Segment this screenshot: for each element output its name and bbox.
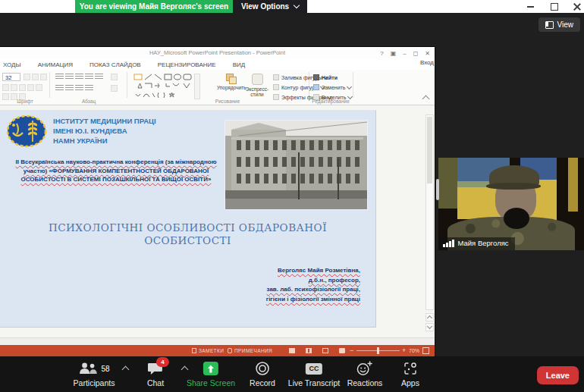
viewing-banner: You are viewing Майя Верголяс's screen bbox=[75, 0, 233, 13]
zoom-level[interactable]: 70% bbox=[409, 345, 419, 356]
tab-transitions[interactable]: ХОДЫ bbox=[3, 61, 21, 68]
slide-scrollbar[interactable] bbox=[425, 114, 434, 310]
layout-view-icon bbox=[545, 21, 554, 29]
arrange-icon bbox=[226, 74, 236, 83]
group-label-font: Шрифт bbox=[17, 99, 33, 104]
chat-button[interactable]: 4 Chat bbox=[147, 361, 164, 387]
share-screen-button[interactable]: Share Screen bbox=[187, 361, 235, 387]
author-block: Верголяс Майя Розметівна, д.б.н., профес… bbox=[266, 266, 360, 304]
share-screen-icon bbox=[203, 362, 218, 375]
group-label-editing: Редактирование bbox=[312, 99, 350, 104]
building-photo bbox=[224, 120, 368, 210]
sign-in-label[interactable]: Вход bbox=[420, 59, 434, 66]
chevron-down-icon bbox=[294, 2, 300, 8]
collapse-ribbon-icon[interactable] bbox=[422, 96, 430, 103]
find-button[interactable]: Найти bbox=[313, 74, 338, 80]
slide-canvas: ІНСТИТУТ МЕДИЦИНИ ПРАЦІ ІМЕНІ Ю.І. КУНДІ… bbox=[0, 105, 435, 337]
powerpoint-title-bar: НАУ_Microsoft PowerPoint Presentation - … bbox=[0, 47, 435, 59]
view-button-label: View bbox=[557, 20, 574, 29]
normal-view-button[interactable] bbox=[289, 345, 295, 356]
font-size-combo[interactable]: 32 bbox=[2, 73, 20, 81]
notes-icon bbox=[192, 348, 196, 353]
tab-review[interactable]: РЕЦЕНЗИРОВАНИЕ bbox=[158, 61, 216, 68]
video-strip-scroll-handle[interactable] bbox=[436, 179, 439, 200]
view-button[interactable]: View bbox=[538, 17, 581, 32]
comments-toggle[interactable]: ПРИМЕЧАНИЯ bbox=[228, 345, 272, 356]
reactions-icon bbox=[356, 361, 373, 376]
comments-icon bbox=[228, 348, 232, 353]
live-transcript-button[interactable]: CC Live Transcript bbox=[288, 361, 340, 387]
zoom-meeting-window: You are viewing Майя Верголяс's screen V… bbox=[0, 0, 584, 392]
view-options-label: View Options bbox=[241, 2, 289, 11]
quick-styles-icon bbox=[252, 74, 263, 85]
participant-name: Майя Верголяс bbox=[458, 240, 509, 247]
close-button[interactable] bbox=[573, 0, 581, 13]
apps-button[interactable]: Apps bbox=[401, 361, 419, 387]
institute-name: ІНСТИТУТ МЕДИЦИНИ ПРАЦІ ІМЕНІ Ю.І. КУНДІ… bbox=[53, 116, 156, 146]
font-style-buttons[interactable] bbox=[2, 84, 42, 91]
participant-name-tag: Майя Верголяс bbox=[438, 237, 515, 250]
ppt-minimize-button[interactable]: – bbox=[403, 50, 406, 57]
cc-icon: CC bbox=[306, 363, 322, 375]
signal-bars-icon bbox=[443, 240, 454, 247]
ppt-status-bar: ЗАМЕТКИ ПРИМЕЧАНИЯ − + 70% bbox=[0, 345, 435, 356]
participants-count: 58 bbox=[101, 365, 109, 373]
curtain-strip bbox=[568, 158, 578, 212]
conference-title: ІІ Всеукраїнська науково-практична конфе… bbox=[9, 158, 223, 184]
align-text-buttons[interactable] bbox=[111, 85, 118, 92]
arrange-button[interactable]: Упорядочить bbox=[217, 74, 244, 90]
participants-icon bbox=[78, 362, 98, 375]
alignment-buttons[interactable] bbox=[55, 85, 93, 91]
ppt-ribbon-display-button[interactable]: ▣ bbox=[391, 50, 397, 57]
font-grow-shrink-buttons[interactable] bbox=[24, 74, 47, 80]
tab-animation[interactable]: АНИМАЦИЯ bbox=[38, 61, 73, 68]
leave-button[interactable]: Leave bbox=[537, 366, 579, 384]
zoom-out-button[interactable]: − bbox=[350, 345, 353, 356]
ribbon: 32 Шрифт bbox=[0, 70, 435, 105]
minimize-button[interactable] bbox=[527, 0, 534, 13]
group-label-paragraph: Абзац bbox=[82, 99, 96, 104]
notes-toggle[interactable]: ЗАМЕТКИ bbox=[192, 345, 224, 356]
meeting-area: View НАУ_Microsoft PowerPoint Presentati… bbox=[0, 13, 584, 356]
find-icon bbox=[313, 74, 319, 80]
view-options-button[interactable]: View Options bbox=[233, 0, 307, 13]
institute-logo-icon bbox=[6, 114, 47, 148]
chat-badge: 4 bbox=[156, 357, 169, 367]
apps-icon bbox=[403, 361, 418, 376]
quick-styles-button[interactable]: Экспресс-стили bbox=[244, 74, 270, 97]
meeting-toolbar: 58 Participants 4 Chat Share Screen bbox=[0, 356, 584, 392]
participants-button[interactable]: 58 Participants bbox=[74, 361, 115, 387]
list-buttons[interactable] bbox=[55, 74, 103, 80]
tab-slideshow[interactable]: ПОКАЗ СЛАЙДОВ bbox=[89, 61, 141, 68]
record-icon bbox=[255, 361, 270, 376]
participant-video[interactable]: Майя Верголяс bbox=[438, 158, 584, 250]
slide-sorter-view-button[interactable] bbox=[306, 345, 312, 356]
next-slide-button[interactable] bbox=[425, 323, 434, 331]
tab-view[interactable]: ВИД bbox=[233, 61, 246, 68]
text-direction-buttons[interactable] bbox=[111, 74, 118, 80]
record-button[interactable]: Record bbox=[250, 361, 275, 387]
group-label-drawing: Рисование bbox=[215, 99, 240, 104]
ppt-restore-button[interactable]: ◻ bbox=[413, 50, 419, 57]
zoom-slider-thumb[interactable] bbox=[377, 347, 379, 354]
cap-brim bbox=[486, 183, 541, 190]
minimize-icon bbox=[527, 6, 534, 8]
reactions-button[interactable]: Reactions bbox=[347, 361, 383, 387]
ppt-close-button[interactable]: ✕ bbox=[425, 50, 430, 57]
maximize-button[interactable] bbox=[551, 0, 558, 13]
participants-menu-caret[interactable] bbox=[122, 366, 130, 374]
top-bar: You are viewing Майя Верголяс's screen V… bbox=[0, 0, 584, 13]
powerpoint-window: НАУ_Microsoft PowerPoint Presentation - … bbox=[0, 47, 435, 356]
replace-button[interactable]: Заменить bbox=[313, 84, 351, 90]
fit-slide-button[interactable] bbox=[422, 347, 429, 354]
ppt-help-button[interactable]: ? bbox=[380, 50, 383, 57]
slide-main-title: ПСИХОЛОГІЧНІ ОСОБЛИВОСТІ ОБДАРОВАНОЇ ОСО… bbox=[0, 221, 375, 247]
reading-view-button[interactable] bbox=[322, 345, 328, 356]
zoom-in-button[interactable]: + bbox=[402, 345, 406, 356]
slideshow-view-button[interactable] bbox=[339, 345, 345, 356]
notes-pane[interactable] bbox=[0, 337, 435, 345]
previous-slide-button[interactable] bbox=[425, 313, 434, 321]
shapes-gallery[interactable] bbox=[133, 74, 193, 99]
shape-outline-icon bbox=[273, 84, 279, 90]
shapes-scrollbar[interactable] bbox=[194, 74, 200, 99]
